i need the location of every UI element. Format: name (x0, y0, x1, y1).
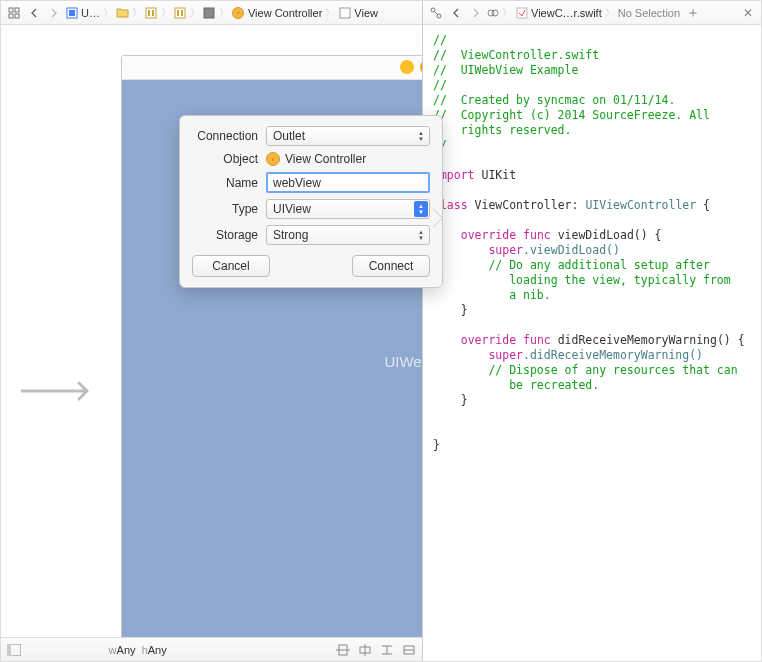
forward-icon[interactable] (45, 5, 63, 21)
chevron-right-icon: 〉 (103, 6, 113, 20)
svg-line-27 (435, 11, 438, 14)
close-assistant-icon[interactable]: ✕ (739, 6, 757, 20)
storyboard-icon (145, 6, 158, 19)
breadcrumb-label: U… (81, 7, 100, 19)
resolve-icon[interactable] (380, 644, 394, 656)
size-class-control[interactable]: wAny hAny (109, 644, 167, 656)
view-controller-icon: ◦ (266, 152, 280, 166)
right-breadcrumb: 〉 ViewC…r.swift 〉 No Selection ＋ ✕ (423, 1, 761, 25)
size-w-prefix: w (109, 644, 117, 656)
breadcrumb-label: View (354, 7, 378, 19)
first-responder-dot-icon[interactable] (420, 60, 422, 74)
view-controller-dot-icon[interactable] (400, 60, 414, 74)
connection-select[interactable]: Outlet (266, 126, 430, 146)
storage-select[interactable]: Strong (266, 225, 430, 245)
breadcrumb-item[interactable] (174, 6, 187, 19)
chevron-right-icon: 〉 (502, 6, 512, 20)
svg-rect-2 (9, 14, 13, 18)
chevron-right-icon: 〉 (132, 6, 142, 20)
svg-rect-12 (204, 8, 214, 18)
size-w-value: Any (117, 644, 136, 656)
breadcrumb-item[interactable] (116, 6, 129, 19)
breadcrumb-item[interactable]: U… (65, 6, 100, 19)
back-icon[interactable] (447, 5, 465, 21)
svg-rect-6 (146, 8, 156, 18)
folder-icon (116, 6, 129, 19)
file-name: ViewC…r.swift (531, 7, 602, 19)
svg-rect-3 (15, 14, 19, 18)
connection-label: Connection (192, 129, 266, 143)
scene-title-bar (122, 56, 422, 80)
chevron-right-icon: 〉 (325, 6, 335, 20)
svg-rect-15 (7, 644, 11, 656)
stepper-icon: ▲▼ (414, 201, 428, 217)
svg-rect-11 (181, 10, 183, 16)
chevron-right-icon: 〉 (605, 6, 615, 20)
swift-file-icon (65, 6, 78, 19)
document-outline-toggle-icon[interactable] (7, 644, 21, 656)
resizing-icon[interactable] (402, 644, 416, 656)
counterparts-icon[interactable] (487, 7, 499, 19)
left-breadcrumb: U… 〉 〉 〉 〉 〉 ◦ View Controller 〉 (1, 1, 422, 25)
related-items-icon[interactable] (427, 5, 445, 21)
name-label: Name (192, 176, 266, 190)
view-controller-icon: ◦ (232, 6, 245, 19)
size-h-value: Any (148, 644, 167, 656)
svg-rect-0 (9, 8, 13, 12)
connect-button[interactable]: Connect (352, 255, 430, 277)
storage-label: Storage (192, 228, 266, 242)
outlet-connection-popover: Connection Outlet ▲▼ Object ◦ View Contr… (179, 115, 443, 288)
scene-icon (203, 6, 216, 19)
breadcrumb-item[interactable]: View (338, 6, 378, 19)
align-icon[interactable] (336, 644, 350, 656)
svg-point-26 (437, 14, 441, 18)
add-assistant-icon[interactable]: ＋ (682, 4, 704, 22)
svg-rect-1 (15, 8, 19, 12)
forward-icon[interactable] (467, 5, 485, 21)
chevron-right-icon: 〉 (161, 6, 171, 20)
swift-file-icon (515, 6, 528, 19)
view-icon (338, 6, 351, 19)
type-label: Type (192, 202, 266, 216)
stepper-icon: ▲▼ (414, 227, 428, 243)
object-text: View Controller (285, 152, 366, 166)
pin-icon[interactable] (358, 644, 372, 656)
svg-rect-13 (340, 8, 350, 18)
svg-rect-9 (175, 8, 185, 18)
selection-label: No Selection (618, 7, 680, 19)
entry-arrow-icon (21, 377, 97, 405)
cancel-button[interactable]: Cancel (192, 255, 270, 277)
svg-rect-7 (148, 10, 150, 16)
svg-rect-8 (152, 10, 154, 16)
bottom-toolbar: wAny hAny (1, 637, 422, 661)
breadcrumb-item[interactable] (145, 6, 158, 19)
storyboard-icon (174, 6, 187, 19)
breadcrumb-item[interactable]: ◦ View Controller (232, 6, 322, 19)
object-value: ◦ View Controller (266, 152, 430, 166)
uiwebview-label: UIWeb (384, 353, 422, 370)
breadcrumb-item[interactable]: ViewC…r.swift (515, 6, 602, 19)
svg-point-29 (492, 10, 498, 16)
svg-point-25 (431, 8, 435, 12)
breadcrumb-item[interactable] (203, 6, 216, 19)
back-icon[interactable] (25, 5, 43, 21)
name-input[interactable] (266, 172, 430, 193)
object-label: Object (192, 152, 266, 166)
stepper-icon: ▲▼ (414, 128, 428, 144)
svg-rect-5 (69, 10, 75, 16)
chevron-right-icon: 〉 (190, 6, 200, 20)
chevron-right-icon: 〉 (219, 6, 229, 20)
type-select[interactable]: UIView (266, 199, 430, 219)
code-editor[interactable]: // // ViewController.swift // UIWebView … (423, 25, 761, 661)
svg-rect-10 (177, 10, 179, 16)
breadcrumb-label: View Controller (248, 7, 322, 19)
related-items-icon[interactable] (5, 5, 23, 21)
